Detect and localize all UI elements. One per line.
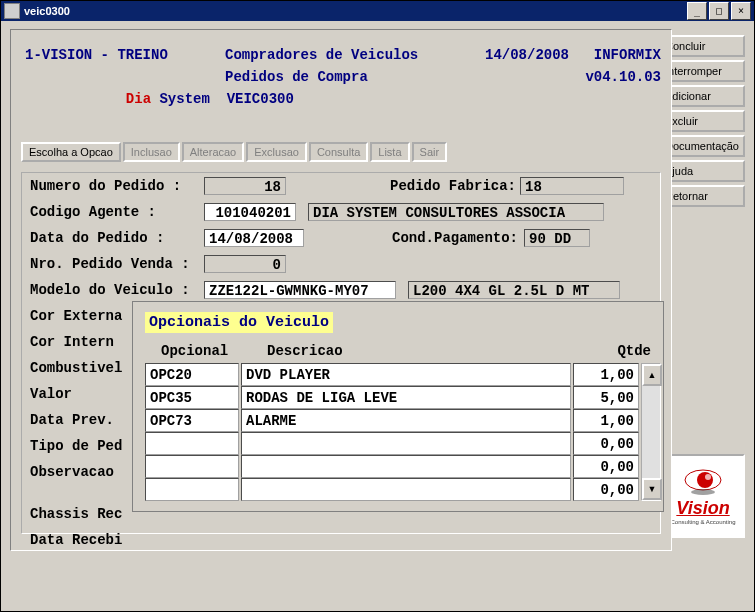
- data-pedido-value[interactable]: 14/08/2008: [204, 229, 304, 247]
- opt-cell[interactable]: OPC20: [145, 363, 239, 386]
- menu-escolha-button[interactable]: Escolha a Opcao: [21, 142, 121, 162]
- menu-sair-button[interactable]: Sair: [412, 142, 448, 162]
- opt-cell[interactable]: [145, 478, 239, 501]
- header-company: 1-VISION - TREINO: [25, 44, 225, 66]
- header-block: 1-VISION - TREINO Compradores de Veiculo…: [11, 30, 671, 138]
- codigo-agente-value[interactable]: 101040201: [204, 203, 296, 221]
- col-qtde-label: Qtde: [585, 343, 651, 359]
- client-area: Concluir Interromper Adicionar Excluir D…: [4, 23, 751, 608]
- menu-alteracao-button[interactable]: Alteracao: [182, 142, 244, 162]
- desc-cell[interactable]: [241, 455, 571, 478]
- titlebar: veic0300 _ □ ×: [1, 1, 754, 21]
- header-version: v04.10.03: [581, 66, 661, 132]
- data-recebi-label: Data Recebi: [30, 532, 140, 548]
- minimize-button[interactable]: _: [687, 2, 707, 20]
- desc-cell[interactable]: [241, 478, 571, 501]
- modelo-code-value[interactable]: ZZE122L-GWMNKG-MY07: [204, 281, 396, 299]
- opcionais-popup: Opcionais do Veiculo Opcional Descricao …: [132, 301, 664, 512]
- data-prev-label: Data Prev.: [30, 412, 130, 428]
- numero-pedido-value: 18: [204, 177, 286, 195]
- pedido-fabrica-value: 18: [520, 177, 624, 195]
- popup-grid: OPC20 DVD PLAYER 1,00 OPC35 RODAS DE LIG…: [133, 363, 663, 511]
- qtde-cell[interactable]: 0,00: [573, 432, 639, 455]
- nro-pedido-venda-value: 0: [204, 255, 286, 273]
- opt-cell[interactable]: [145, 455, 239, 478]
- desc-cell[interactable]: ALARME: [241, 409, 571, 432]
- modelo-desc-value: L200 4X4 GL 2.5L D MT: [408, 281, 620, 299]
- qtde-cell[interactable]: 5,00: [573, 386, 639, 409]
- app-icon: [4, 3, 20, 19]
- cor-int-label: Cor Intern: [30, 334, 128, 350]
- agente-nome-value: DIA SYSTEM CONSULTORES ASSOCIA: [308, 203, 604, 221]
- scroll-down-button[interactable]: ▼: [642, 478, 662, 500]
- menu-lista-button[interactable]: Lista: [370, 142, 409, 162]
- scroll-up-button[interactable]: ▲: [642, 364, 662, 386]
- popup-columns: Opcional Descricao Qtde: [133, 339, 663, 363]
- maximize-button[interactable]: □: [709, 2, 729, 20]
- opt-cell[interactable]: OPC73: [145, 409, 239, 432]
- app-window: veic0300 _ □ × Concluir Interromper Adic…: [0, 0, 755, 612]
- opt-cell[interactable]: OPC35: [145, 386, 239, 409]
- logo: Vision Consulting & Accounting: [661, 454, 745, 538]
- qtde-cell[interactable]: 1,00: [573, 409, 639, 432]
- menu-exclusao-button[interactable]: Exclusao: [246, 142, 307, 162]
- header-sys-prefix: Dia: [126, 91, 151, 107]
- pedido-fabrica-label: Pedido Fabrica:: [390, 178, 516, 194]
- popup-title: Opcionais do Veiculo: [145, 312, 333, 333]
- menu-inclusao-button[interactable]: Inclusao: [123, 142, 180, 162]
- qtde-cell[interactable]: 0,00: [573, 478, 639, 501]
- modelo-label: Modelo do Veiculo: [30, 282, 200, 298]
- grid-scrollbar[interactable]: ▲ ▼: [641, 363, 661, 501]
- header-title-1: Compradores de Veiculos: [225, 44, 485, 66]
- combustivel-label: Combustivel: [30, 360, 140, 376]
- cond-pag-value: 90 DD: [524, 229, 590, 247]
- header-date: 14/08/2008: [485, 44, 581, 66]
- svg-point-2: [705, 474, 711, 480]
- valor-label: Valor: [30, 386, 90, 402]
- desc-cell[interactable]: DVD PLAYER: [241, 363, 571, 386]
- close-button[interactable]: ×: [731, 2, 751, 20]
- svg-point-3: [691, 489, 715, 495]
- table-row[interactable]: 0,00: [145, 455, 639, 478]
- numero-pedido-label: Numero do Pedido: [30, 178, 200, 194]
- qtde-cell[interactable]: 0,00: [573, 455, 639, 478]
- chassis-rec-label: Chassis Rec: [30, 506, 140, 522]
- svg-point-1: [697, 472, 713, 488]
- col-opcional-label: Opcional: [161, 343, 267, 359]
- table-row[interactable]: OPC35 RODAS DE LIGA LEVE 5,00: [145, 386, 639, 409]
- logo-subtitle: Consulting & Accounting: [670, 519, 735, 525]
- logo-title: Vision: [676, 498, 729, 519]
- window-title: veic0300: [24, 1, 685, 21]
- table-row[interactable]: 0,00: [145, 478, 639, 501]
- cond-pag-label: Cond.Pagamento:: [392, 230, 518, 246]
- table-row[interactable]: OPC73 ALARME 1,00: [145, 409, 639, 432]
- table-row[interactable]: 0,00: [145, 432, 639, 455]
- qtde-cell[interactable]: 1,00: [573, 363, 639, 386]
- tipo-ped-label: Tipo de Ped: [30, 438, 140, 454]
- menu-consulta-button[interactable]: Consulta: [309, 142, 368, 162]
- menu-row: Escolha a Opcao Inclusao Alteracao Exclu…: [11, 138, 671, 166]
- desc-cell[interactable]: RODAS DE LIGA LEVE: [241, 386, 571, 409]
- header-db: INFORMIX: [581, 44, 661, 66]
- col-descricao-label: Descricao: [267, 343, 585, 359]
- header-title-2: Pedidos de Compra: [225, 66, 485, 132]
- observacao-label: Observacao: [30, 464, 130, 480]
- desc-cell[interactable]: [241, 432, 571, 455]
- eye-icon: [683, 468, 723, 496]
- data-pedido-label: Data do Pedido: [30, 230, 200, 246]
- table-row[interactable]: OPC20 DVD PLAYER 1,00: [145, 363, 639, 386]
- opt-cell[interactable]: [145, 432, 239, 455]
- nro-pedido-venda-label: Nro. Pedido Venda: [30, 256, 200, 272]
- codigo-agente-label: Codigo Agente: [30, 204, 200, 220]
